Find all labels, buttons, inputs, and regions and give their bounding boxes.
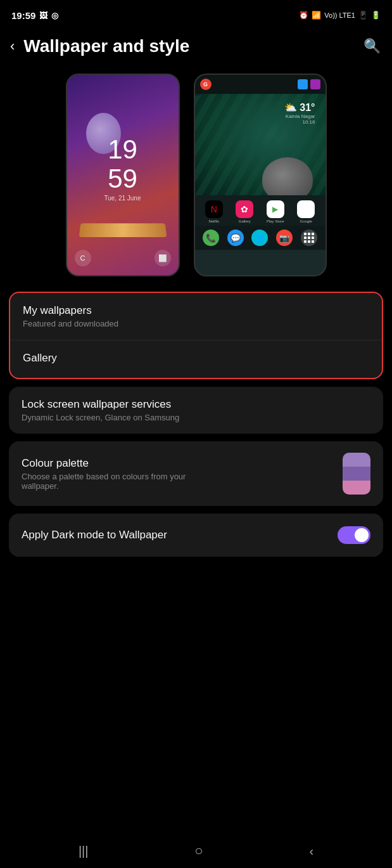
back-nav-button[interactable]: ‹ xyxy=(304,839,319,864)
signal-text: Vo)) LTE1 xyxy=(324,11,355,19)
home-wallpaper: ⛅ 31° Kamla Nagar 10:16 xyxy=(195,94,326,195)
home-apps-row: N Netflix ✿ Gallery ▶ Play Store G Googl… xyxy=(195,195,326,226)
home-time: 10:16 xyxy=(284,119,315,125)
home-button[interactable]: ○ xyxy=(189,838,208,864)
mic-icon xyxy=(298,79,308,89)
colour-palette-item[interactable]: Colour palette Choose a palette based on… xyxy=(9,441,383,506)
recents-button[interactable]: ||| xyxy=(73,839,94,864)
lock-bar-decoration xyxy=(79,223,167,237)
messages-dock-icon: 💬 xyxy=(227,230,244,246)
lock-date: Tue, 21 June xyxy=(104,195,141,202)
google-label: Google xyxy=(300,219,312,223)
lock-footer: C ⬜ xyxy=(67,250,179,266)
swatch-1 xyxy=(343,453,370,467)
location: Kamla Nagar xyxy=(284,113,315,119)
browser-dock-icon: 🌐 xyxy=(251,230,268,246)
netflix-icon: N xyxy=(205,200,223,218)
dark-mode-title: Apply Dark mode to Wallpaper xyxy=(22,529,167,541)
toggle-knob xyxy=(355,528,369,542)
temperature: ⛅ 31° xyxy=(284,101,315,113)
status-left: 19:59 🖼 ◎ xyxy=(11,10,58,21)
netflix-app: N Netflix xyxy=(205,200,223,223)
palette-text: Colour palette Choose a palette based on… xyxy=(22,457,224,491)
lock-screen-preview[interactable]: 19 59 Tue, 21 June C ⬜ xyxy=(66,74,180,276)
dark-mode-toggle[interactable] xyxy=(338,526,370,544)
dark-mode-card: Apply Dark mode to Wallpaper xyxy=(9,514,383,557)
my-wallpapers-subtitle: Featured and downloaded xyxy=(23,319,369,328)
home-screen-preview[interactable]: G ⛅ 31° Kamla Nagar 10:16 N Netflix xyxy=(194,74,327,276)
my-wallpapers-title: My wallpapers xyxy=(23,304,369,317)
playstore-app: ▶ Play Store xyxy=(267,200,284,223)
whatsapp-status-icon: ◎ xyxy=(51,11,58,20)
back-button[interactable]: ‹ xyxy=(8,36,17,57)
lock-screen-services-title: Lock screen wallpaper services xyxy=(22,398,370,411)
search-button[interactable]: 🔍 xyxy=(364,38,381,55)
gallery-item[interactable]: Gallery xyxy=(10,340,382,378)
lock-screen-services-subtitle: Dynamic Lock screen, Glance on Samsung xyxy=(22,413,370,422)
lock-screen-services-card: Lock screen wallpaper services Dynamic L… xyxy=(9,387,383,434)
status-right: ⏰ 📶 Vo)) LTE1 📱 🔋 xyxy=(299,11,381,20)
palette-swatch xyxy=(343,453,370,495)
lock-left-btn: C xyxy=(75,250,91,266)
status-time: 19:59 xyxy=(11,10,35,21)
home-topbar: G xyxy=(195,75,326,94)
signal-bars-icon: 📱 xyxy=(358,11,368,20)
gallery-app-icon: ✿ xyxy=(236,200,253,218)
swatch-3 xyxy=(343,481,370,495)
google-icon: G xyxy=(200,79,212,90)
lock-time-display: 19 59 Tue, 21 June xyxy=(104,135,141,202)
settings-section: My wallpapers Featured and downloaded Ga… xyxy=(0,292,392,557)
palette-title: Colour palette xyxy=(22,457,224,470)
stone-decoration xyxy=(262,157,313,195)
home-dock: 📞 💬 🌐 📷 xyxy=(195,226,326,250)
lock-screen-services-item[interactable]: Lock screen wallpaper services Dynamic L… xyxy=(9,387,383,434)
netflix-label: Netflix xyxy=(208,219,219,223)
alarm-icon: ⏰ xyxy=(299,11,308,20)
google-app-icon: G xyxy=(297,200,315,218)
colour-palette-card: Colour palette Choose a palette based on… xyxy=(9,441,383,506)
bottom-navigation: ||| ○ ‹ xyxy=(0,834,392,868)
google-app: G Google xyxy=(297,200,315,223)
gallery-status-icon: 🖼 xyxy=(39,11,47,20)
lens-icon xyxy=(310,79,320,89)
my-wallpapers-item[interactable]: My wallpapers Featured and downloaded xyxy=(10,293,382,340)
apps-grid-dock-icon xyxy=(301,230,317,246)
gallery-app: ✿ Gallery xyxy=(236,200,253,223)
camera-dock-icon: 📷 xyxy=(276,230,293,246)
swatch-2 xyxy=(343,467,370,481)
dark-mode-item[interactable]: Apply Dark mode to Wallpaper xyxy=(9,514,383,557)
header-left: ‹ Wallpaper and style xyxy=(8,36,189,57)
lock-time: 19 59 xyxy=(104,135,141,193)
palette-subtitle: Choose a palette based on colours from y… xyxy=(22,472,224,491)
phone-dock-icon: 📞 xyxy=(203,230,219,246)
gallery-title: Gallery xyxy=(23,352,369,365)
lock-right-btn: ⬜ xyxy=(155,250,171,266)
wallpaper-preview-section: 19 59 Tue, 21 June C ⬜ G ⛅ 31° xyxy=(0,67,392,292)
page-title: Wallpaper and style xyxy=(23,36,189,56)
home-weather: ⛅ 31° Kamla Nagar 10:16 xyxy=(284,101,315,125)
wallpaper-sources-card: My wallpapers Featured and downloaded Ga… xyxy=(9,292,383,379)
battery-icon: 🔋 xyxy=(371,11,381,20)
status-bar: 19:59 🖼 ◎ ⏰ 📶 Vo)) LTE1 📱 🔋 xyxy=(0,0,392,28)
gallery-app-label: Gallery xyxy=(239,219,251,223)
playstore-icon: ▶ xyxy=(267,200,284,218)
page-header: ‹ Wallpaper and style 🔍 xyxy=(0,28,392,67)
topbar-icons xyxy=(298,79,320,89)
wifi-icon: 📶 xyxy=(312,11,321,20)
playstore-label: Play Store xyxy=(267,219,284,223)
